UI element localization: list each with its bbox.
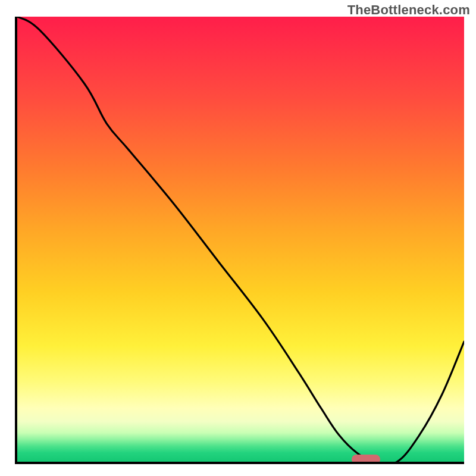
attribution-text: TheBottleneck.com (347, 2, 470, 18)
bottleneck-chart: TheBottleneck.com (0, 0, 476, 476)
optimal-marker (352, 455, 380, 464)
plot-area (15, 17, 464, 464)
curve-svg (17, 17, 464, 462)
bottleneck-curve (17, 17, 464, 462)
